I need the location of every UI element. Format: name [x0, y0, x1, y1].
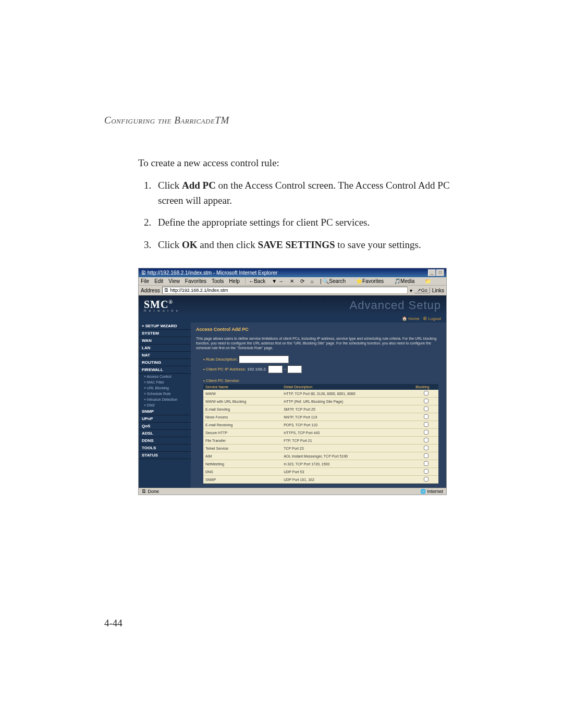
blocking-checkbox[interactable] [424, 477, 429, 482]
history-icon[interactable]: 📁 [425, 278, 431, 284]
service-desc-cell: SMTP, TCP Port 25 [282, 405, 413, 413]
back-button[interactable]: ←Back [249, 278, 265, 284]
blocking-checkbox[interactable] [424, 461, 429, 466]
ie-page-icon: 🖻 [141, 270, 146, 276]
sidebar-item[interactable]: » SETUP WIZARD [139, 323, 191, 330]
sidebar-item[interactable]: » MAC Filter [139, 379, 191, 385]
content-pane: Access Control Add PC This page allows u… [191, 323, 446, 488]
favorites-button[interactable]: Favorites [362, 278, 384, 284]
stop-icon[interactable]: ✕ [290, 278, 294, 284]
service-name-cell: NetMeeting [203, 460, 282, 468]
sidebar-item[interactable]: QoS [139, 423, 191, 430]
blocking-checkbox[interactable] [424, 422, 429, 427]
sidebar-item[interactable]: » Intrusion Detection [139, 397, 191, 402]
blocking-checkbox[interactable] [424, 391, 429, 396]
rule-description-input[interactable] [239, 355, 289, 363]
router-header: SMC® N e t w o r k s Advanced Setup [139, 295, 446, 316]
menu-edit[interactable]: Edit [154, 278, 163, 284]
service-name-cell: News Forums [203, 413, 282, 421]
service-desc-cell: H.323, TCP Port 1720, 1503 [282, 460, 413, 468]
home-icon[interactable]: ⌂ [311, 278, 314, 284]
table-row: Telnet ServiceTCP Port 23 [203, 445, 438, 452]
sidebar-item[interactable]: DDNS [139, 437, 191, 445]
blocking-cell [413, 429, 438, 437]
menu-tools[interactable]: Tools [212, 278, 224, 284]
service-name-cell: AIM [203, 452, 282, 460]
sidebar-item[interactable]: » DMZ [139, 402, 191, 408]
intro-text: To create a new access control rule: [138, 157, 469, 169]
blocking-checkbox[interactable] [424, 453, 429, 458]
minimize-button[interactable]: _ [428, 269, 436, 276]
sidebar-item[interactable]: » Schedule Rule [139, 391, 191, 397]
router-nav: 🏠 Home ⦿ Logout [139, 316, 446, 323]
sidebar-item[interactable]: » URL Blocking [139, 385, 191, 391]
service-desc-cell: NNTP, TCP Port 119 [282, 413, 413, 421]
blocking-checkbox[interactable] [424, 469, 429, 474]
th-blocking: Blocking [413, 384, 438, 390]
blocking-checkbox[interactable] [424, 446, 429, 450]
sidebar-item[interactable]: LAN [139, 344, 191, 352]
blocking-cell [413, 421, 438, 429]
links-label[interactable]: Links [432, 288, 444, 293]
th-service-name: Service Name [203, 384, 282, 390]
blocking-checkbox[interactable] [424, 438, 429, 442]
service-desc-cell: FTP, TCP Port 21 [282, 437, 413, 445]
window-title: http://192.168.2.1/index.stm - Microsoft… [148, 270, 278, 276]
ie-address-bar: Address 🖻 http://192.168.2.1/index.stm ▾… [139, 286, 446, 295]
step-3: Click OK and then click SAVE SETTINGS to… [154, 238, 469, 253]
sidebar-item[interactable]: ROUTING [139, 359, 191, 366]
menu-help[interactable]: Help [229, 278, 240, 284]
sidebar-item[interactable]: ADSL [139, 430, 191, 437]
content-description: This page allows users to define service… [196, 336, 441, 350]
sidebar-item[interactable]: UPnP [139, 415, 191, 423]
service-desc-cell: POP3, TCP Port 110 [282, 421, 413, 429]
service-name-cell: Telnet Service [203, 445, 282, 452]
sidebar-item[interactable]: » Access Control [139, 374, 191, 379]
table-row: Secure HTTPHTTPS, TCP Port 443 [203, 429, 438, 437]
sidebar: » SETUP WIZARDSYSTEMWANLANNATROUTINGFIRE… [139, 323, 191, 488]
search-button[interactable]: Search [329, 278, 346, 284]
status-done: Done [148, 489, 160, 494]
forward-button[interactable]: ▼ → [272, 278, 284, 284]
service-name-cell: Secure HTTP [203, 429, 282, 437]
media-button[interactable]: Media [400, 278, 414, 284]
sidebar-item[interactable]: TOOLS [139, 445, 191, 452]
table-row: DNSUDP Port 53 [203, 468, 438, 476]
client-ip-row: • Client PC IP Address: 192.168.2. ~ [203, 365, 441, 373]
address-dropdown-icon[interactable]: ▾ [410, 288, 412, 293]
blocking-cell [413, 437, 438, 445]
sidebar-item[interactable]: SNMP [139, 408, 191, 415]
sidebar-item[interactable]: WAN [139, 337, 191, 344]
sidebar-item[interactable]: STATUS [139, 452, 191, 459]
logout-link[interactable]: Logout [429, 316, 441, 321]
refresh-icon[interactable]: ⟳ [300, 278, 304, 284]
blocking-checkbox[interactable] [424, 414, 429, 419]
menu-file[interactable]: File [141, 278, 149, 284]
blocking-cell [413, 468, 438, 476]
logo-subtext: N e t w o r k s [144, 309, 179, 312]
blocking-checkbox[interactable] [424, 430, 429, 435]
menu-view[interactable]: View [168, 278, 180, 284]
service-desc-cell: UDP Port 53 [282, 468, 413, 476]
home-link[interactable]: Home [408, 316, 419, 321]
sidebar-item[interactable]: FIREWALL [139, 366, 191, 374]
table-row: File TransferFTP, TCP Port 21 [203, 437, 438, 445]
steps-list: Click Add PC on the Access Control scree… [138, 178, 469, 252]
blocking-checkbox[interactable] [424, 406, 429, 411]
table-row: E-mail SendingSMTP, TCP Port 25 [203, 405, 438, 413]
ip-prefix: 192.168.2. [247, 367, 267, 372]
service-desc-cell: HTTPS, TCP Port 443 [282, 429, 413, 437]
go-button[interactable]: ↗Go [414, 287, 430, 293]
logo: SMC® [144, 299, 173, 310]
sidebar-item[interactable]: SYSTEM [139, 330, 191, 337]
ip-end-input[interactable] [287, 365, 302, 373]
menu-favorites[interactable]: Favorites [185, 278, 206, 284]
maximize-button[interactable]: □ [436, 269, 444, 276]
table-row: News ForumsNNTP, TCP Port 119 [203, 413, 438, 421]
blocking-checkbox[interactable] [424, 399, 429, 403]
sidebar-item[interactable]: NAT [139, 352, 191, 359]
address-input[interactable]: 🖻 http://192.168.2.1/index.stm [162, 287, 408, 294]
service-desc-cell: UDP Port 161, 162 [282, 476, 413, 484]
service-name-cell: File Transfer [203, 437, 282, 445]
ip-start-input[interactable] [268, 365, 283, 373]
